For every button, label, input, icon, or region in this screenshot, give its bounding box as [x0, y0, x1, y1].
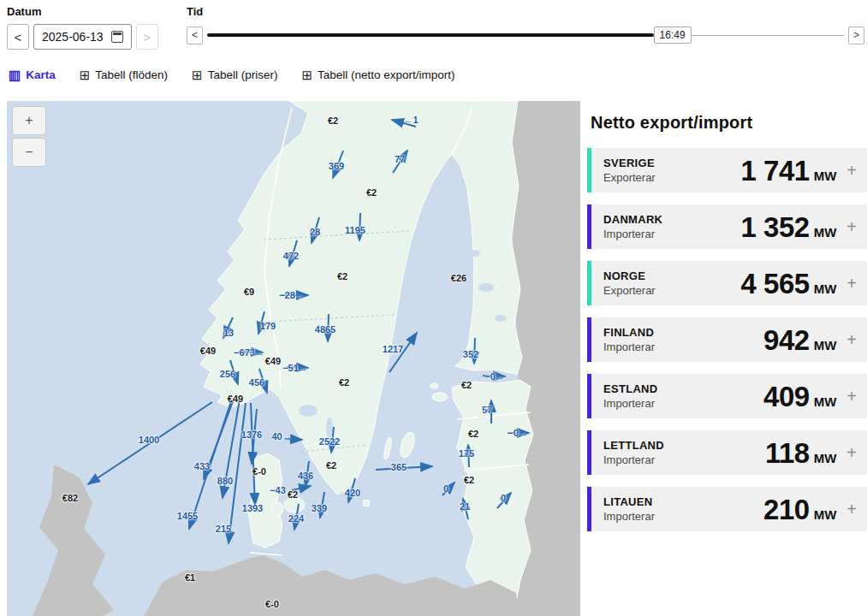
expand-button[interactable]: +: [845, 162, 858, 179]
time-next-button[interactable]: >: [848, 27, 864, 44]
tab[interactable]: ⊞ Tabell (flöden): [80, 68, 168, 81]
panel-title: Netto export/import: [591, 113, 867, 133]
zoom-in-button[interactable]: +: [12, 106, 46, 135]
flow-value-label: 0: [501, 493, 506, 503]
flow-value-label: −673→: [234, 347, 264, 358]
time-slider-track[interactable]: 16:49: [207, 26, 844, 44]
price-label: €49: [265, 356, 281, 366]
price-label: €2: [328, 116, 338, 126]
flow-value-label: 1400: [139, 435, 159, 445]
price-label: €26: [451, 273, 466, 283]
flow-value-label: 365: [391, 462, 407, 472]
zoom-out-button[interactable]: −: [12, 138, 46, 167]
expand-button[interactable]: +: [845, 275, 858, 292]
country-unit: MW: [814, 281, 837, 296]
flow-value-label: 352: [463, 349, 478, 359]
tab[interactable]: ⊞ Tabell (netto export/import): [301, 68, 454, 81]
country-row: NORGE Exporterar 4 565 MW +: [587, 261, 867, 305]
country-name: SVERIGE: [603, 157, 656, 169]
chevron-right-icon: >: [143, 30, 151, 44]
country-name: LETTLAND: [603, 439, 664, 452]
table-icon: ⊞: [301, 68, 312, 81]
flow-value-label: 256: [220, 369, 235, 379]
time-slider: Tid < 16:49 >: [187, 5, 864, 44]
tab[interactable]: ▥ Karta: [9, 68, 56, 81]
country-value: 118: [765, 439, 810, 467]
expand-button[interactable]: +: [845, 331, 858, 348]
flow-value-label: 215: [216, 524, 231, 534]
expand-button[interactable]: +: [845, 500, 858, 518]
price-label: €-0: [265, 599, 279, 609]
country-value: 1 741: [741, 157, 810, 185]
flow-value-label: 1376: [241, 429, 262, 440]
flow-value-label: ←1: [403, 115, 418, 125]
flow-map[interactable]: ←1 369 77 28 1195 472 −28→ 179 4865 13 −…: [7, 101, 580, 616]
flow-value-label: 28: [310, 227, 320, 237]
expand-button[interactable]: +: [845, 444, 858, 461]
calendar-icon[interactable]: [111, 31, 123, 43]
netto-list: SVERIGE Exporterar 1 741 MW + DANMARK Im…: [587, 148, 867, 531]
country-direction: Importerar: [603, 510, 655, 523]
flow-value-label: −28→: [279, 290, 305, 300]
country-direction: Importerar: [603, 453, 664, 466]
country-unit: MW: [814, 225, 837, 240]
chevron-left-icon: <: [192, 29, 198, 41]
flow-value-label: 175: [459, 448, 474, 459]
tab[interactable]: ⊞ Tabell (priser): [192, 68, 277, 81]
country-row: DANMARK Importerar 1 352 MW +: [587, 204, 867, 249]
map-zoom-control: + −: [12, 106, 46, 167]
country-row: FINLAND Importerar 942 MW +: [587, 317, 867, 362]
price-label: €2: [337, 271, 347, 281]
country-name: LITAUEN: [603, 495, 655, 508]
country-value: 409: [763, 382, 810, 411]
flow-value-label: 472: [283, 251, 299, 261]
price-label: €9: [244, 287, 254, 297]
country-row: LITAUEN Importerar 210 MW +: [587, 487, 867, 531]
country-unit: MW: [814, 451, 837, 465]
country-direction: Exporterar: [603, 284, 656, 297]
flow-value-label: 4865: [315, 324, 336, 335]
country-name: NORGE: [603, 270, 656, 282]
flow-value-label: −0→: [484, 371, 505, 382]
time-slider-filled: [207, 33, 654, 37]
chevron-right-icon: >: [853, 29, 859, 41]
flow-value-label: 77: [395, 154, 405, 164]
view-tabs: ▥ Karta ⊞ Tabell (flöden) ⊞ Tabell (pris…: [9, 68, 455, 81]
country-value: 210: [763, 495, 810, 524]
price-label: €2: [464, 475, 474, 485]
price-label: €2: [461, 380, 472, 390]
tab-label: Karta: [26, 68, 56, 81]
price-label: €1: [185, 572, 195, 583]
flow-value-label: 179: [260, 321, 276, 331]
flow-value-label: 456: [249, 377, 264, 388]
date-next-button[interactable]: >: [136, 24, 158, 50]
time-prev-button[interactable]: <: [187, 27, 203, 44]
tab-label: Tabell (flöden): [95, 68, 168, 81]
country-name: DANMARK: [603, 213, 662, 226]
country-row: SVERIGE Exporterar 1 741 MW +: [587, 148, 867, 192]
flow-value-label: 21: [460, 501, 470, 512]
price-label: €2: [366, 187, 377, 198]
flow-value-label: −0→: [508, 428, 528, 438]
expand-button[interactable]: +: [845, 218, 858, 235]
country-direction: Exporterar: [603, 171, 656, 184]
expand-button[interactable]: +: [845, 388, 858, 405]
flow-value-label: 369: [329, 161, 344, 171]
map-labels-layer: ←1 369 77 28 1195 472 −28→ 179 4865 13 −…: [7, 101, 580, 616]
flow-value-label: 339: [312, 503, 327, 513]
flow-value-label: 0: [443, 483, 448, 494]
flow-value-label: 880: [217, 476, 233, 486]
flow-value-label: 420: [345, 488, 360, 498]
country-name: ESTLAND: [603, 382, 658, 395]
country-value: 4 565: [741, 270, 810, 298]
table-icon: ⊞: [80, 68, 91, 81]
date-field[interactable]: 2025-06-13: [33, 24, 132, 50]
flow-value-label: 13: [223, 328, 234, 338]
country-direction: Importerar: [603, 341, 655, 353]
country-row: LETTLAND Importerar 118 MW +: [587, 430, 867, 475]
date-prev-button[interactable]: <: [7, 24, 29, 50]
map-icon: ▥: [9, 68, 21, 81]
price-label: €2: [288, 489, 298, 500]
price-label: €-0: [252, 466, 266, 477]
time-slider-handle[interactable]: 16:49: [654, 27, 692, 44]
